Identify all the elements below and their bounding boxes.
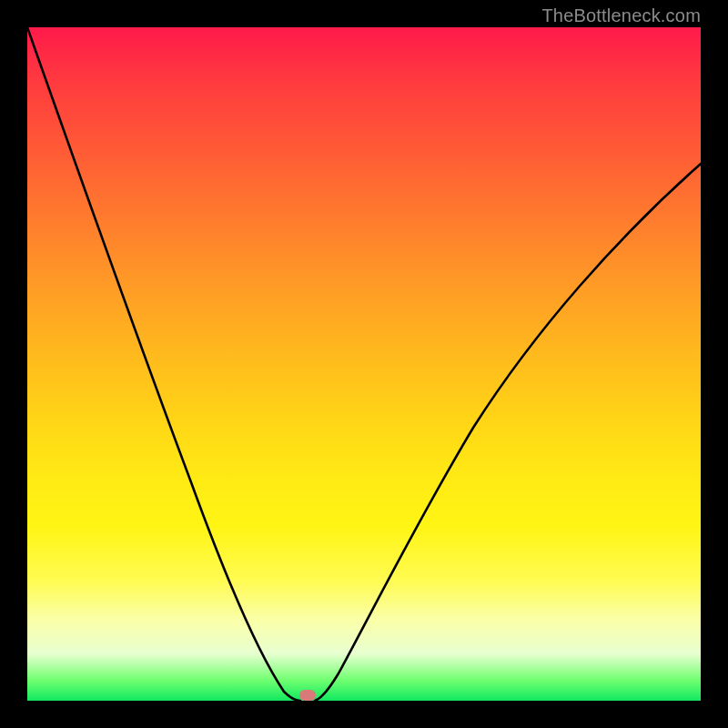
curve-right [315,164,701,701]
chart-frame: TheBottleneck.com [0,0,728,728]
bottleneck-curve [27,27,701,701]
curve-left [27,27,300,701]
plot-area [27,27,701,701]
optimum-marker [299,690,316,701]
watermark-text: TheBottleneck.com [541,5,701,26]
